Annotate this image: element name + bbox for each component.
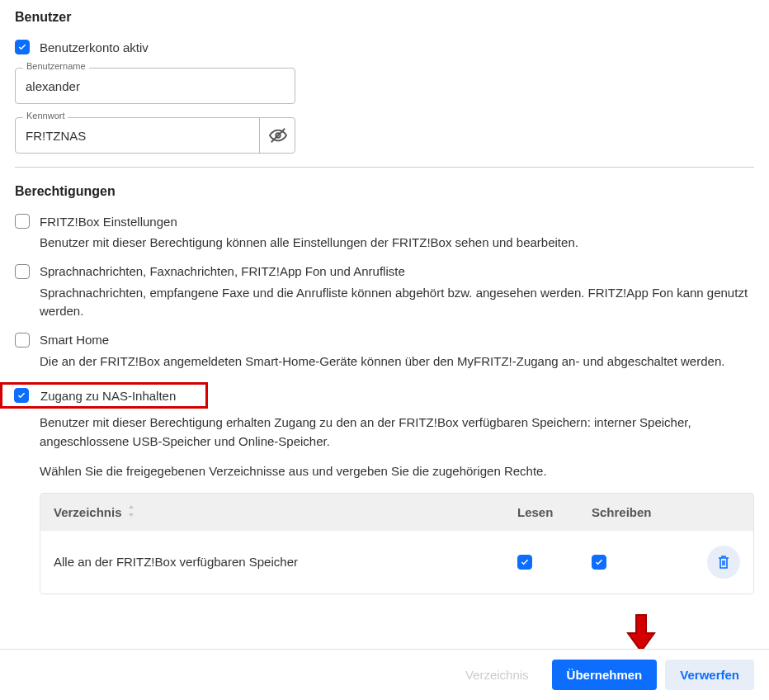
perm-smarthome: Smart Home Die an der FRITZ!Box angemeld… [15,333,754,371]
col-dir-label: Verzeichnis [54,505,122,519]
perm-label: Zugang zu NAS-Inhalten [40,389,201,403]
eye-slash-icon[interactable] [259,117,295,154]
delete-button[interactable] [707,546,740,579]
section-user-title: Benutzer [15,10,754,25]
apply-button[interactable]: Übernehmen [552,660,658,690]
password-float-label: Kennwort [23,111,68,121]
perm-checkbox[interactable] [15,264,30,279]
nas-table: Verzeichnis Lesen Schreiben Alle an der … [40,493,754,594]
divider [15,167,754,168]
table-header: Verzeichnis Lesen Schreiben [40,494,753,531]
sort-icon[interactable] [127,505,135,519]
password-field: Kennwort [15,117,295,154]
perm-desc: Benutzer mit dieser Berechtigung erhalte… [40,414,754,451]
perm-label: FRITZ!Box Einstellungen [40,215,177,229]
read-checkbox[interactable] [517,555,532,570]
section-perms-title: Berechtigungen [15,184,754,199]
discard-button[interactable]: Verwerfen [665,660,754,690]
perm-desc: Benutzer mit dieser Berechtigung können … [40,234,754,253]
perm-nas: Zugang zu NAS-Inhalten Benutzer mit dies… [15,382,754,594]
user-active-checkbox[interactable] [15,40,30,54]
col-write-label: Schreiben [592,505,691,519]
trash-icon [717,555,730,570]
username-input[interactable] [15,68,295,104]
password-input[interactable] [15,117,295,154]
table-row: Alle an der FRITZ!Box verfügbaren Speich… [40,531,753,594]
col-read-label: Lesen [517,505,592,519]
user-active-label: Benutzerkonto aktiv [40,40,149,54]
add-directory-button[interactable]: Verzeichnis [451,660,544,690]
highlight-annotation: Zugang zu NAS-Inhalten [0,382,208,409]
perm-label: Smart Home [40,333,109,347]
perm-fritzbox-settings: FRITZ!Box Einstellungen Benutzer mit die… [15,214,754,253]
perm-checkbox[interactable] [15,333,30,348]
username-field: Benutzername [15,68,295,104]
perm-checkbox[interactable] [14,388,29,403]
perm-label: Sprachnachrichten, Faxnachrichten, FRITZ… [40,264,405,278]
write-checkbox[interactable] [592,555,606,570]
username-float-label: Benutzername [23,61,89,71]
perm-desc: Die an der FRITZ!Box angemeldeten Smart-… [40,352,754,371]
user-active-row: Benutzerkonto aktiv [15,40,754,54]
perm-desc: Sprachnachrichten, empfangene Faxe und d… [40,284,754,321]
footer-bar: Verzeichnis Übernehmen Verwerfen [0,649,769,700]
dir-name: Alle an der FRITZ!Box verfügbaren Speich… [54,555,517,569]
nas-instruction: Wählen Sie die freigegebenen Verzeichnis… [40,462,754,481]
perm-voicemail: Sprachnachrichten, Faxnachrichten, FRITZ… [15,264,754,321]
perm-checkbox[interactable] [15,214,30,229]
